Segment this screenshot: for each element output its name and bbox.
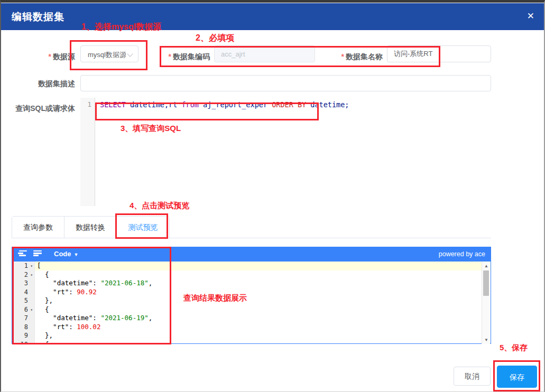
annotation-step2: 2、必填项 — [196, 33, 234, 44]
sql-token: ORDER BY — [272, 100, 310, 109]
json-line: 2▾ { — [12, 270, 491, 279]
scroll-up-icon[interactable]: ▲ — [482, 264, 491, 268]
json-line: 6▾ { — [12, 305, 491, 314]
json-line-number: 8 — [12, 323, 34, 332]
tab-测试预览[interactable]: 测试预览 — [117, 217, 169, 238]
json-preview-editor[interactable]: Code▼ powered by ace 1▾[2▾ {3 "datetime"… — [12, 247, 491, 344]
dataset-name-label: *数据集名称 — [309, 52, 383, 62]
tabs-nav: 查询参数数据转换测试预览 — [12, 216, 170, 238]
sql-line-number: 1 — [80, 98, 95, 108]
datasource-select[interactable]: mysql数据源 — [80, 45, 138, 62]
dataset-code-input[interactable] — [214, 45, 315, 62]
json-line-code: "rt": 90.92 — [34, 288, 491, 297]
json-line-number: 6▾ — [12, 305, 34, 314]
fold-caret-icon[interactable]: ▾ — [28, 271, 33, 280]
json-line-code: { — [34, 270, 491, 279]
description-input[interactable] — [80, 75, 491, 91]
caret-down-icon: ▼ — [74, 252, 79, 257]
cancel-button[interactable]: 取消 — [454, 367, 491, 386]
json-line-number: 5 — [12, 296, 34, 305]
tabs-divider — [12, 238, 491, 238]
annotation-step5: 5、保存 — [500, 343, 528, 353]
sql-code-line: SELECT datetime,rt from aj_report_exper … — [100, 100, 349, 109]
json-line: 7 "datetime": "2021-06-19", — [12, 314, 491, 323]
json-line: 9 }, — [12, 331, 491, 340]
json-line-number: 9 — [12, 331, 34, 340]
json-line: 8 "rt": 100.02 — [12, 323, 491, 332]
fold-caret-icon[interactable]: ▾ — [28, 341, 33, 344]
sql-editor-gutter: 1 — [80, 98, 95, 206]
sql-editor[interactable]: 1 SELECT datetime,rt from aj_report_expe… — [80, 98, 491, 206]
scroll-down-icon[interactable]: ▼ — [482, 338, 491, 342]
fold-caret-icon[interactable]: ▾ — [28, 262, 33, 271]
json-line-number: 10▾ — [12, 340, 34, 344]
json-line: 3 "datetime": "2021-06-18", — [12, 279, 491, 288]
json-line-number: 2▾ — [12, 270, 34, 279]
annotation-step1: 1、选择mysql数据源 — [81, 22, 161, 33]
close-icon[interactable]: ✕ — [527, 10, 534, 23]
sql-token: from — [181, 100, 203, 109]
json-line: 10▾ { — [12, 340, 491, 344]
sql-token: aj_report_exper — [203, 100, 272, 109]
json-line-number: 1▾ — [12, 262, 34, 270]
annotation-step3: 3、填写查询SQL — [121, 124, 181, 134]
json-editor-menubar: Code▼ powered by ace — [12, 247, 491, 262]
json-line-number: 3 — [12, 279, 34, 288]
powered-by-ace-label: powered by ace — [439, 250, 485, 258]
dialog-title: 编辑数据集 — [12, 10, 64, 24]
edit-dataset-dialog: 编辑数据集 ✕ *数据源 mysql数据源 *数据集编码 *数据集名称 数据集描… — [0, 0, 545, 392]
editor-scrollbar[interactable]: ▲ ▼ — [482, 262, 490, 344]
datasource-select-value: mysql数据源 — [88, 50, 126, 59]
annotation-result: 查询结果数据展示 — [183, 293, 247, 303]
json-line-code: "datetime": "2021-06-18", — [34, 279, 491, 288]
sql-label: 查询SQL或请求体 — [1, 104, 75, 114]
save-button[interactable]: 保存 — [497, 366, 537, 388]
json-line-code: }, — [34, 331, 491, 340]
description-label: 数据集描述 — [1, 79, 75, 89]
json-line-code: [ — [34, 262, 491, 270]
tab-数据转换[interactable]: 数据转换 — [64, 217, 117, 238]
json-line: 4 "rt": 90.92 — [12, 288, 491, 297]
format-icon[interactable] — [18, 250, 27, 258]
json-line-code: "datetime": "2021-06-19", — [34, 314, 491, 323]
required-mark: * — [49, 52, 51, 61]
json-line-code: "rt": 100.02 — [34, 323, 491, 332]
json-editor-content[interactable]: 1▾[2▾ {3 "datetime": "2021-06-18",4 "rt"… — [12, 262, 491, 343]
sql-token: datetime; — [310, 100, 349, 109]
compact-icon[interactable] — [33, 250, 42, 258]
sql-token: datetime,rt — [130, 100, 182, 109]
dataset-code-label: *数据集编码 — [136, 52, 210, 62]
json-line-code: { — [34, 340, 491, 344]
scrollbar-thumb[interactable] — [483, 270, 489, 296]
sql-token: SELECT — [100, 100, 130, 109]
json-line: 5 }, — [12, 296, 491, 305]
fold-caret-icon[interactable]: ▾ — [28, 306, 33, 315]
tab-查询参数[interactable]: 查询参数 — [12, 217, 64, 238]
annotation-step4: 4、点击测试预览 — [130, 201, 189, 211]
chevron-down-icon — [127, 51, 133, 57]
dataset-name-input[interactable] — [387, 45, 491, 62]
mode-dropdown[interactable]: Code▼ — [54, 250, 78, 258]
json-line-code: }, — [34, 296, 491, 305]
datasource-label: *数据源 — [1, 52, 75, 62]
json-line-number: 4 — [12, 288, 34, 297]
json-line: 1▾[ — [12, 262, 491, 270]
json-line-code: { — [34, 305, 491, 314]
result-tabs: 查询参数数据转换测试预览 — [12, 216, 491, 238]
json-line-number: 7 — [12, 314, 34, 323]
